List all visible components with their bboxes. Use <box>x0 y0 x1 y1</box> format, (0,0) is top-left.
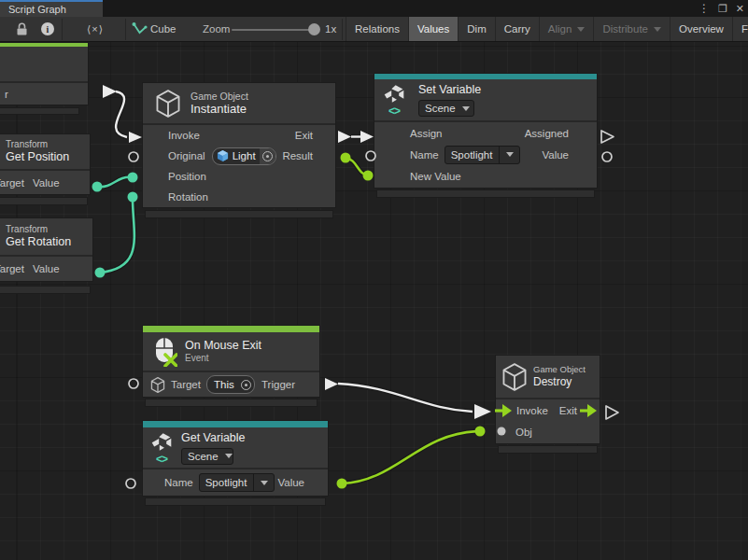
set-variable-assigned-port[interactable] <box>601 131 614 143</box>
code-icon: ⟨×⟩ <box>87 23 104 35</box>
align-button[interactable]: Align <box>539 17 594 41</box>
get-variable-name-port[interactable] <box>126 479 135 488</box>
node-subtitle: Event <box>185 353 261 364</box>
chevron-down-icon <box>506 152 514 157</box>
node-set-variable[interactable]: <> Set Variable Scene Assign Assigned Na… <box>374 73 598 189</box>
value-port-label: Value <box>277 477 304 488</box>
node-destroy[interactable]: Game Object Destroy Invoke Exit Obj <box>495 355 600 444</box>
code-view-button[interactable]: ⟨×⟩ <box>65 17 125 41</box>
scene-variable-icon: <> <box>149 432 174 464</box>
get-variable-value-port <box>337 479 347 489</box>
position-port-label: Position <box>168 171 206 182</box>
zoom-slider[interactable] <box>232 29 314 31</box>
node-title: On Mouse Exit <box>185 339 261 353</box>
info-button[interactable]: i <box>35 17 60 41</box>
clipped-event-trigger-port[interactable] <box>103 85 117 98</box>
value-port-label: Value <box>33 177 60 189</box>
zoom-value: 1x <box>325 17 336 41</box>
wire-result-to-new-value <box>346 158 368 175</box>
result-port-label: Result <box>282 150 313 161</box>
target-object-value: This <box>214 379 234 390</box>
node-on-mouse-exit[interactable]: On Mouse Exit Event Target This Trigger <box>142 325 320 398</box>
cube-icon <box>150 377 165 393</box>
original-object-field[interactable]: Light <box>212 147 276 165</box>
target-port-label: Target <box>0 177 24 189</box>
toolbar-buttons: Relations Values Dim Carry Align Distrib… <box>346 17 748 41</box>
value-port-label: Value <box>33 263 60 274</box>
chevron-down-icon <box>225 454 233 458</box>
fullscreen-button[interactable]: Full Screen <box>732 17 748 41</box>
variable-name-dropdown[interactable]: Spotlight <box>445 146 521 164</box>
assigned-port-label: Assigned <box>525 128 569 139</box>
variable-name-dropdown[interactable]: Spotlight <box>199 473 275 492</box>
graph-name-label[interactable]: Cube <box>150 17 176 41</box>
node-category: Transform <box>6 139 69 150</box>
carry-button[interactable]: Carry <box>495 17 539 41</box>
object-wires[interactable] <box>337 153 486 489</box>
node-title: Set Variable <box>418 83 481 97</box>
object-picker[interactable] <box>260 148 275 164</box>
node-get-position[interactable]: Transform Get Position Target Value <box>0 133 91 195</box>
zoom-label: Zoom <box>203 17 230 41</box>
dim-button[interactable]: Dim <box>458 17 494 41</box>
instantiate-result-port <box>341 153 351 163</box>
wire-value-to-obj <box>342 431 478 483</box>
instantiate-exit-port[interactable] <box>338 131 351 143</box>
get-rotation-value-port <box>95 268 106 278</box>
clipped-port-label: r <box>5 89 8 100</box>
exit-port-label: Exit <box>295 130 313 141</box>
set-variable-assign-port[interactable] <box>360 131 374 143</box>
gameobject-icon <box>217 149 229 162</box>
instantiate-position-port <box>128 173 138 183</box>
tab-strip: Script Graph ⋮ ❐ ✕ <box>0 0 748 17</box>
wire-position <box>97 177 133 187</box>
maximize-icon[interactable]: ❐ <box>718 0 727 17</box>
graph-canvas[interactable]: r Transform Get Position Target Value <box>0 42 748 560</box>
on-mouse-exit-target-port[interactable] <box>129 379 138 388</box>
node-get-rotation[interactable]: Transform Get Rotation Target Value <box>0 217 93 282</box>
node-category: Game Object <box>533 364 586 375</box>
trigger-port-label: Trigger <box>261 379 295 390</box>
variable-scope-dropdown[interactable]: Scene <box>181 448 233 465</box>
values-button[interactable]: Values <box>408 17 458 41</box>
destroy-exit-outer-port[interactable] <box>606 406 618 419</box>
lock-icon <box>16 22 28 36</box>
target-port-label: Target <box>0 263 24 274</box>
exit-port-label: Exit <box>559 405 577 416</box>
node-instantiate[interactable]: Game Object Instantiate Invoke Exit Orig… <box>142 82 336 208</box>
node-category: Transform <box>6 224 71 235</box>
vector-wires[interactable] <box>92 173 138 278</box>
instantiate-invoke-port[interactable] <box>129 132 142 143</box>
on-mouse-exit-trigger-port[interactable] <box>325 378 338 390</box>
object-picker[interactable] <box>238 376 254 393</box>
node-clipped-event[interactable]: r <box>0 42 89 105</box>
variable-scope-dropdown[interactable]: Scene <box>418 100 474 117</box>
distribute-button[interactable]: Distribute <box>593 17 670 41</box>
node-get-variable[interactable]: <> Get Variable Scene Name Spotlight <box>142 420 329 497</box>
zoom-slider-handle[interactable] <box>308 23 320 35</box>
target-port-label: Target <box>171 379 201 390</box>
instantiate-original-port[interactable] <box>129 152 138 161</box>
instantiate-rotation-port <box>128 192 138 203</box>
node-title: Get Variable <box>181 431 246 445</box>
node-title: Instantiate <box>191 102 248 116</box>
overview-button[interactable]: Overview <box>670 17 732 41</box>
info-icon: i <box>41 22 54 35</box>
lock-button[interactable] <box>9 17 34 41</box>
destroy-invoke-arrowhead[interactable] <box>474 404 491 419</box>
wire-trigger-to-invoke <box>116 91 127 137</box>
window-menu-icon[interactable]: ⋮ <box>699 0 710 17</box>
cube-icon <box>501 363 529 391</box>
close-icon[interactable]: ✕ <box>736 0 744 17</box>
value-port-label: Value <box>542 149 569 161</box>
mouse-exit-icon <box>153 337 177 367</box>
name-port-label: Name <box>164 477 193 488</box>
relations-button[interactable]: Relations <box>346 17 408 41</box>
target-object-field[interactable]: This <box>206 375 255 394</box>
tab-script-graph[interactable]: Script Graph <box>0 0 103 17</box>
cube-icon <box>154 90 182 118</box>
graph-toolbar: i ⟨×⟩ Cube Zoom 1x Relations Values Dim … <box>0 17 748 42</box>
set-variable-value-port[interactable] <box>602 152 612 161</box>
original-object-value: Light <box>233 150 256 161</box>
chevron-down-icon <box>261 481 268 485</box>
